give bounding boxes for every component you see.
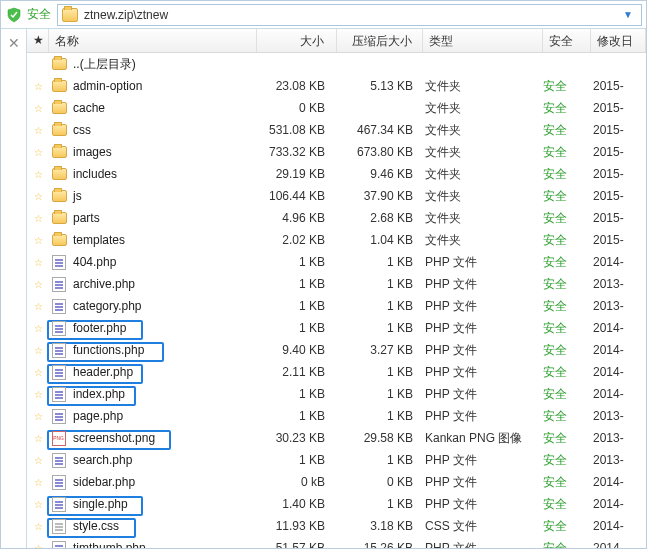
type-cell: PHP 文件 — [423, 254, 543, 271]
file-name: timthumb.php — [73, 541, 146, 548]
file-row[interactable]: ☆includes29.19 KB9.46 KB文件夹安全2015- — [27, 163, 646, 185]
file-row[interactable]: ☆search.php1 KB1 KBPHP 文件安全2013- — [27, 449, 646, 471]
name-cell: single.php — [49, 496, 257, 512]
size-cell: 23.08 KB — [257, 79, 337, 93]
file-row[interactable]: ☆header.php2.11 KB1 KBPHP 文件安全2014- — [27, 361, 646, 383]
comp-cell: 673.80 KB — [337, 145, 423, 159]
name-cell: functions.php — [49, 342, 257, 358]
safe-cell: 安全 — [543, 78, 591, 95]
size-cell: 733.32 KB — [257, 145, 337, 159]
col-size[interactable]: 大小 — [257, 29, 337, 52]
col-modified[interactable]: 修改日 — [591, 29, 646, 52]
star-cell: ☆ — [27, 499, 49, 510]
mod-cell: 2015- — [591, 123, 646, 137]
mod-cell: 2015- — [591, 145, 646, 159]
mod-cell: 2015- — [591, 79, 646, 93]
file-row[interactable]: ☆index.php1 KB1 KBPHP 文件安全2014- — [27, 383, 646, 405]
folder-icon — [62, 8, 78, 22]
size-cell: 1 KB — [257, 277, 337, 291]
type-cell: PHP 文件 — [423, 276, 543, 293]
file-row[interactable]: ☆admin-option23.08 KB5.13 KB文件夹安全2015- — [27, 75, 646, 97]
php-icon — [51, 386, 67, 402]
file-row[interactable]: ☆timthumb.php51.57 KB15.26 KBPHP 文件安全201… — [27, 537, 646, 548]
file-row[interactable]: ☆css531.08 KB467.34 KB文件夹安全2015- — [27, 119, 646, 141]
type-cell: 文件夹 — [423, 122, 543, 139]
safe-cell: 安全 — [543, 496, 591, 513]
file-row[interactable]: ☆404.php1 KB1 KBPHP 文件安全2014- — [27, 251, 646, 273]
safe-cell: 安全 — [543, 298, 591, 315]
comp-cell: 9.46 KB — [337, 167, 423, 181]
file-row[interactable]: ☆archive.php1 KB1 KBPHP 文件安全2013- — [27, 273, 646, 295]
col-star[interactable]: ★ — [27, 29, 49, 52]
name-cell: ..(上层目录) — [49, 56, 257, 73]
comp-cell: 1 KB — [337, 409, 423, 423]
file-name: search.php — [73, 453, 132, 467]
type-cell: PHP 文件 — [423, 540, 543, 549]
file-row[interactable]: ☆templates2.02 KB1.04 KB文件夹安全2015- — [27, 229, 646, 251]
type-cell: 文件夹 — [423, 210, 543, 227]
col-safety[interactable]: 安全 — [543, 29, 591, 52]
file-name: category.php — [73, 299, 142, 313]
file-name: index.php — [73, 387, 125, 401]
type-cell: PHP 文件 — [423, 364, 543, 381]
file-row[interactable]: ☆page.php1 KB1 KBPHP 文件安全2013- — [27, 405, 646, 427]
file-row[interactable]: ☆functions.php9.40 KB3.27 KBPHP 文件安全2014… — [27, 339, 646, 361]
comp-cell: 3.18 KB — [337, 519, 423, 533]
name-cell: search.php — [49, 452, 257, 468]
type-cell: PHP 文件 — [423, 452, 543, 469]
mod-cell: 2014- — [591, 365, 646, 379]
folder-icon — [51, 78, 67, 94]
close-icon[interactable]: ✕ — [8, 35, 20, 548]
type-cell: PHP 文件 — [423, 342, 543, 359]
col-name[interactable]: 名称 — [49, 29, 257, 52]
col-compressed[interactable]: 压缩后大小 — [337, 29, 423, 52]
type-cell: 文件夹 — [423, 188, 543, 205]
size-cell: 1 KB — [257, 453, 337, 467]
name-cell: admin-option — [49, 78, 257, 94]
file-row[interactable]: ☆single.php1.40 KB1 KBPHP 文件安全2014- — [27, 493, 646, 515]
file-row[interactable]: ☆cache0 KB文件夹安全2015- — [27, 97, 646, 119]
star-cell: ☆ — [27, 169, 49, 180]
file-row[interactable]: ☆screenshot.png30.23 KB29.58 KBKankan PN… — [27, 427, 646, 449]
type-cell: PHP 文件 — [423, 408, 543, 425]
star-cell: ☆ — [27, 433, 49, 444]
file-row[interactable]: ☆sidebar.php0 kB0 KBPHP 文件安全2014- — [27, 471, 646, 493]
parent-dir-row[interactable]: ..(上层目录) — [27, 53, 646, 75]
folder-icon — [51, 122, 67, 138]
mod-cell: 2014- — [591, 343, 646, 357]
size-cell: 9.40 KB — [257, 343, 337, 357]
size-cell: 106.44 KB — [257, 189, 337, 203]
php-icon — [51, 364, 67, 380]
star-cell: ☆ — [27, 477, 49, 488]
file-row[interactable]: ☆category.php1 KB1 KBPHP 文件安全2013- — [27, 295, 646, 317]
mod-cell: 2014- — [591, 541, 646, 548]
mod-cell: 2013- — [591, 453, 646, 467]
file-list: ★ 名称 大小 压缩后大小 类型 安全 修改日 ..(上层目录)☆admin-o… — [27, 29, 646, 548]
path-input[interactable]: ztnew.zip\ztnew ▼ — [57, 4, 642, 26]
file-row[interactable]: ☆images733.32 KB673.80 KB文件夹安全2015- — [27, 141, 646, 163]
size-cell: 2.02 KB — [257, 233, 337, 247]
file-row[interactable]: ☆style.css11.93 KB3.18 KBCSS 文件安全2014- — [27, 515, 646, 537]
safe-cell: 安全 — [543, 518, 591, 535]
safe-cell: 安全 — [543, 430, 591, 447]
name-cell: page.php — [49, 408, 257, 424]
star-cell: ☆ — [27, 81, 49, 92]
size-cell: 51.57 KB — [257, 541, 337, 548]
dropdown-icon[interactable]: ▼ — [619, 9, 637, 20]
star-cell: ☆ — [27, 103, 49, 114]
comp-cell: 1 KB — [337, 387, 423, 401]
col-type[interactable]: 类型 — [423, 29, 543, 52]
file-row[interactable]: ☆footer.php1 KB1 KBPHP 文件安全2014- — [27, 317, 646, 339]
safe-cell: 安全 — [543, 408, 591, 425]
folder-icon — [51, 56, 67, 72]
file-name: sidebar.php — [73, 475, 135, 489]
safe-cell: 安全 — [543, 122, 591, 139]
star-cell: ☆ — [27, 323, 49, 334]
css-icon — [51, 518, 67, 534]
safety-label: 安全 — [27, 6, 51, 23]
file-row[interactable]: ☆js106.44 KB37.90 KB文件夹安全2015- — [27, 185, 646, 207]
type-cell: 文件夹 — [423, 166, 543, 183]
safe-cell: 安全 — [543, 386, 591, 403]
file-row[interactable]: ☆parts4.96 KB2.68 KB文件夹安全2015- — [27, 207, 646, 229]
safe-cell: 安全 — [543, 188, 591, 205]
